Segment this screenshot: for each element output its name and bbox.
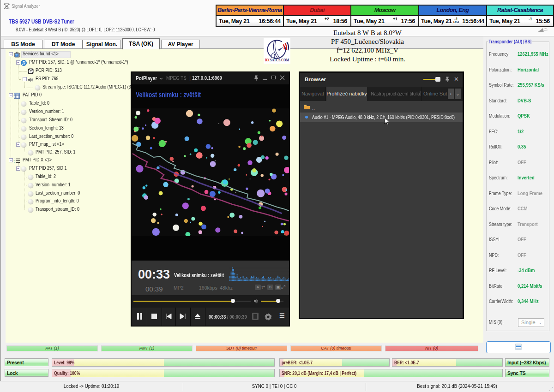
svg-text:DX: DX bbox=[265, 58, 270, 62]
svg-text:SATCS.COM: SATCS.COM bbox=[270, 58, 289, 62]
